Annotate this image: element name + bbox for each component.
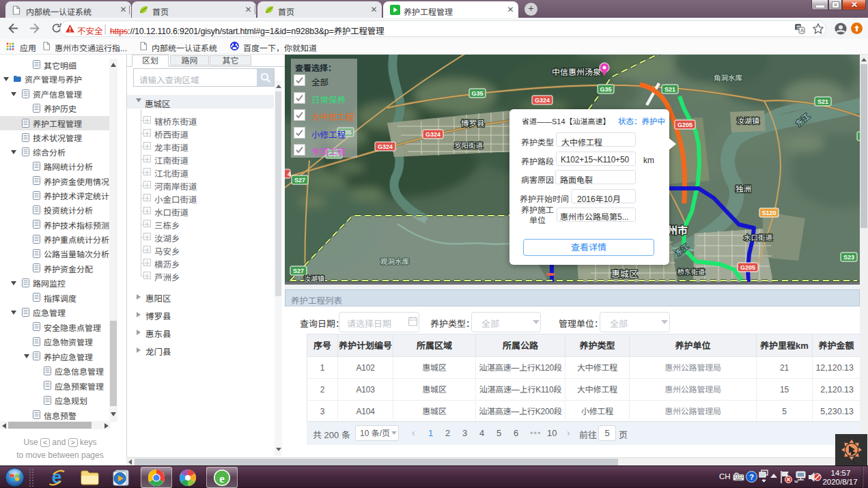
svg-text:惠城区: 惠城区	[611, 267, 638, 280]
svg-text:罗阳街道: 罗阳街道	[454, 140, 483, 150]
svg-text:G35: G35	[471, 90, 483, 97]
svg-text:4: 4	[288, 171, 291, 177]
svg-text:e: e	[219, 472, 225, 485]
svg-text:G324: G324	[425, 131, 440, 138]
svg-text:?: ?	[749, 473, 754, 481]
svg-text:S21: S21	[664, 86, 675, 93]
svg-text:S120: S120	[761, 210, 776, 216]
svg-text:S27: S27	[293, 268, 304, 274]
svg-text:G205: G205	[677, 121, 692, 128]
svg-text:博罗县: 博罗县	[461, 117, 485, 128]
svg-text:观洞水库: 观洞水库	[380, 256, 409, 266]
svg-text:桥东街道: 桥东街道	[677, 266, 705, 276]
svg-text:水口街道: 水口街道	[744, 232, 772, 242]
svg-text:S21: S21	[817, 98, 828, 105]
svg-text:汝湖镇: 汝湖镇	[737, 115, 759, 126]
svg-text:G35: G35	[600, 86, 611, 93]
svg-text:汝湖镇: 汝湖镇	[304, 273, 324, 282]
svg-text:G324: G324	[378, 143, 393, 150]
svg-text:G324: G324	[535, 97, 550, 104]
svg-text:角洞水库: 角洞水库	[714, 72, 742, 83]
svg-text:中信惠州汤泉: 中信惠州汤泉	[552, 66, 601, 77]
svg-text:独洲: 独洲	[736, 183, 751, 194]
svg-text:S27: S27	[294, 177, 305, 184]
svg-text:A: A	[800, 27, 804, 33]
svg-text:S23: S23	[843, 254, 854, 261]
svg-text:G205: G205	[740, 264, 755, 271]
